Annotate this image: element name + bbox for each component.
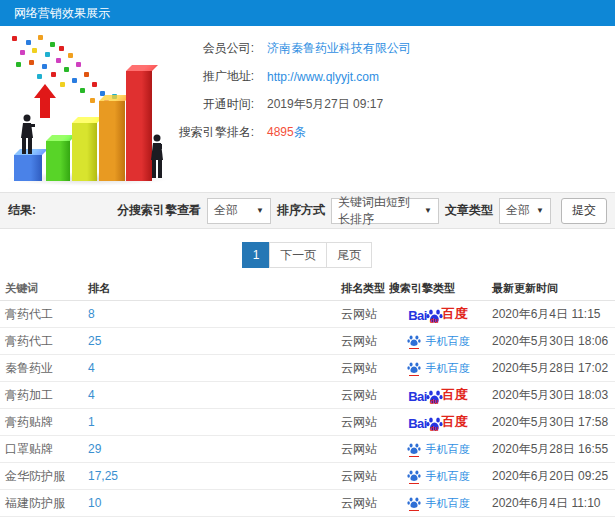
bar-chart-illustration: [6, 34, 170, 186]
results-table: 关键词 排名 排名类型 搜索引擎类型 最新更新时间 膏药代工 8 云网站 Bai: [0, 277, 615, 520]
keyword-cell: 膏药加工: [0, 387, 83, 404]
baidu-paw-icon: du: [426, 307, 443, 323]
rank-type-cell: 云网站: [336, 387, 389, 404]
chevron-down-icon: ▼: [424, 206, 432, 215]
submit-button[interactable]: 提交: [561, 198, 607, 224]
rank-link[interactable]: 4: [88, 361, 95, 375]
chevron-down-icon: ▼: [536, 206, 544, 215]
company-label: 会员公司:: [178, 40, 254, 57]
table-header-row: 关键词 排名 排名类型 搜索引擎类型 最新更新时间: [0, 277, 615, 301]
rank-link[interactable]: 17,25: [88, 469, 118, 483]
open-time-value: 2019年5月27日 09:17: [267, 96, 383, 113]
rank-link[interactable]: 4: [88, 388, 95, 402]
rank-type-cell: 云网站: [336, 306, 389, 323]
engine-cell: Bai du 百度: [389, 413, 487, 431]
keyword-cell: 膏药贴牌: [0, 414, 83, 431]
info-row-engine-rank: 搜索引擎排名: 4895条: [178, 122, 615, 143]
mobile-baidu-paw-icon: [407, 496, 421, 510]
engine-cell: Bai du 百度: [389, 334, 487, 349]
keyword-cell: 膏药代工: [0, 333, 83, 350]
table-row: 膏药代工 8 云网站 Bai du 百度: [0, 301, 615, 328]
mobile-baidu-badge: 手机百度: [407, 496, 470, 511]
marketing-report-page: 网络营销效果展示: [0, 0, 615, 520]
table-row: 膏药加工 4 云网站 Bai du 百度: [0, 382, 615, 409]
illustration-bar-orange: [99, 101, 125, 181]
baidu-logo-du: du: [430, 398, 439, 404]
baidu-logo-bai: Bai: [408, 389, 427, 404]
baidu-logo: Bai du 百度: [408, 305, 468, 323]
baidu-logo-bai: Bai: [408, 308, 427, 323]
table-row: 口罩贴牌 29 云网站 Bai du 百度: [0, 436, 615, 463]
keyword-cell: 金华防护服: [0, 468, 83, 485]
mobile-baidu-label: 手机百度: [426, 442, 470, 457]
baidu-logo: Bai du 百度: [408, 413, 468, 431]
rank-type-cell: 云网站: [336, 495, 389, 512]
growth-arrow-icon: [34, 84, 56, 118]
article-type-select[interactable]: 全部 ▼: [499, 198, 551, 224]
table-row: 秦鲁药业 4 云网站 Bai du 百度: [0, 355, 615, 382]
table-row: 福建防护服 10 云网站 Bai du 百度: [0, 490, 615, 517]
mobile-baidu-label: 手机百度: [426, 361, 470, 376]
sort-select[interactable]: 关键词由短到长排序 ▼: [331, 198, 439, 224]
header-engine-type: 搜索引擎类型: [389, 281, 487, 296]
engine-cell: Bai du 百度: [389, 496, 487, 511]
update-time-cell: 2020年5月30日 18:06: [487, 333, 615, 350]
company-name-link[interactable]: 济南秦鲁药业科技有限公司: [267, 40, 411, 57]
rank-link[interactable]: 29: [88, 442, 101, 456]
sort-label: 排序方式: [277, 202, 325, 219]
engine-filter-label: 分搜索引擎查看: [117, 202, 201, 219]
engine-filter-value: 全部: [214, 202, 238, 219]
baidu-paw-icon: du: [426, 388, 443, 404]
pagination: 1 下一页 尾页: [0, 242, 615, 268]
rank-link[interactable]: 25: [88, 334, 101, 348]
illustration-bar-blue: [14, 155, 42, 181]
baidu-logo-bai: Bai: [408, 416, 427, 431]
header-rank: 排名: [83, 281, 336, 296]
businessman-figure-left: [18, 114, 36, 156]
rank-type-cell: 云网站: [336, 468, 389, 485]
engine-cell: Bai du 百度: [389, 386, 487, 404]
mobile-baidu-paw-icon: [407, 361, 421, 375]
illustration-bar-green: [46, 141, 70, 181]
update-time-cell: 2020年6月4日 11:10: [487, 495, 615, 512]
engine-cell: Bai du 百度: [389, 469, 487, 484]
article-type-label: 文章类型: [445, 202, 493, 219]
update-time-cell: 2020年5月28日 16:55: [487, 441, 615, 458]
mobile-baidu-paw-icon: [407, 334, 421, 348]
engine-rank-label: 搜索引擎排名:: [178, 124, 254, 141]
update-time-cell: 2020年6月4日 11:15: [487, 306, 615, 323]
illustration-bar-yellow: [72, 123, 97, 181]
page-button-1[interactable]: 1: [242, 242, 271, 268]
baidu-logo-du: du: [430, 425, 439, 431]
keyword-cell: 口罩贴牌: [0, 441, 83, 458]
table-body: 膏药代工 8 云网站 Bai du 百度: [0, 301, 615, 520]
baidu-logo-cn: 百度: [442, 413, 468, 431]
rank-link[interactable]: 1: [88, 415, 95, 429]
next-page-button[interactable]: 下一页: [269, 242, 327, 268]
company-info-list: 会员公司: 济南秦鲁药业科技有限公司 推广地址: http://www.qlyy…: [178, 26, 615, 143]
baidu-logo-du: du: [430, 317, 439, 323]
engine-cell: Bai du 百度: [389, 305, 487, 323]
update-time-cell: 2020年5月30日 17:58: [487, 414, 615, 431]
rank-link[interactable]: 8: [88, 307, 95, 321]
update-time-cell: 2020年5月28日 17:02: [487, 360, 615, 377]
info-row-company: 会员公司: 济南秦鲁药业科技有限公司: [178, 38, 615, 59]
last-page-button[interactable]: 尾页: [326, 242, 372, 268]
baidu-logo-cn: 百度: [442, 386, 468, 404]
title-bar: 网络营销效果展示: [0, 0, 615, 26]
table-row: 金华防护服 17,25 云网站 Bai du 百度: [0, 463, 615, 490]
info-row-open-time: 开通时间: 2019年5月27日 09:17: [178, 94, 615, 115]
baidu-paw-icon: du: [426, 415, 443, 431]
update-time-cell: 2020年6月20日 09:25: [487, 468, 615, 485]
rank-link[interactable]: 10: [88, 496, 101, 510]
keyword-cell: 福建防护服: [0, 495, 83, 512]
businessman-figure-right: [148, 134, 166, 180]
engine-filter-select[interactable]: 全部 ▼: [207, 198, 271, 224]
keyword-cell: 秦鲁药业: [0, 360, 83, 377]
rank-type-cell: 云网站: [336, 441, 389, 458]
rank-type-cell: 云网站: [336, 414, 389, 431]
promo-url-link[interactable]: http://www.qlyyjt.com: [267, 70, 379, 84]
company-info-section: 会员公司: 济南秦鲁药业科技有限公司 推广地址: http://www.qlyy…: [0, 26, 615, 192]
filter-bar: 结果: 分搜索引擎查看 全部 ▼ 排序方式 关键词由短到长排序 ▼ 文章类型 全…: [0, 192, 615, 229]
engine-rank-unit: 条: [294, 125, 306, 139]
